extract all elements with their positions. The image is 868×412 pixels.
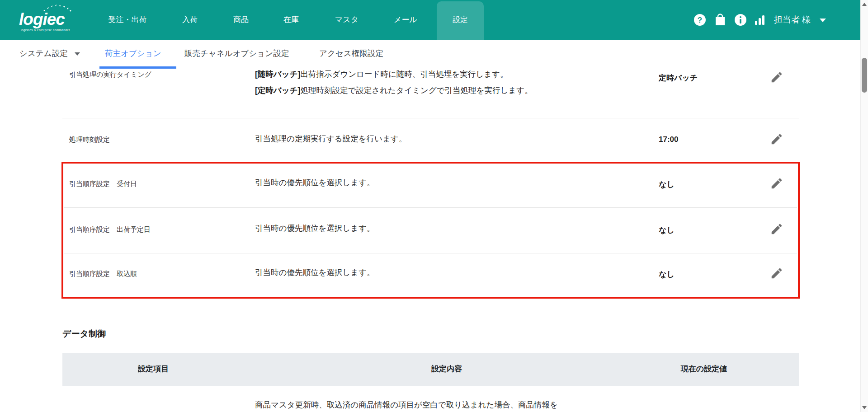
tab-system-settings-label: システム設定 <box>19 49 68 58</box>
row-label: 引当順序設定 受付日 <box>69 180 137 188</box>
nav-item-inventory[interactable]: 在庫 <box>283 0 299 40</box>
row-current-value: なし <box>659 269 675 280</box>
tab-system-settings-dropdown[interactable]: システム設定 <box>19 40 80 69</box>
scroll-up-icon[interactable] <box>862 3 867 6</box>
logo-sparkle-icon <box>42 5 71 12</box>
active-tab-underline <box>99 66 176 69</box>
scrollbar-thumb[interactable] <box>862 58 867 93</box>
chevron-down-icon <box>820 19 826 22</box>
row-description-line2: [定時バッチ]処理時刻設定で設定されたタイミングで引当処理を実行します。 <box>255 85 533 96</box>
row-description: 引当時の優先順位を選択します。 <box>255 223 375 234</box>
stats-icon[interactable] <box>754 14 766 26</box>
section-heading-data-control: データ制御 <box>62 328 106 340</box>
bag-icon[interactable] <box>714 14 726 26</box>
tab-access-permissions[interactable]: アクセス権限設定 <box>319 40 383 69</box>
column-header-setting-item: 設定項目 <box>138 364 169 374</box>
edit-pencil-icon[interactable] <box>770 222 783 236</box>
row-current-value: 定時バッチ <box>659 73 698 83</box>
row-divider <box>62 118 799 118</box>
row-description: 引当時の優先順位を選択します。 <box>255 267 375 278</box>
chevron-down-icon <box>75 52 80 56</box>
top-nav-bar: logiec logistics & enterprise commander … <box>0 0 860 40</box>
column-header-current-value: 現在の設定値 <box>681 364 727 374</box>
desc-bold-tag: [随時バッチ] <box>255 70 300 79</box>
row-label: 処理時刻設定 <box>69 136 110 144</box>
row-current-value: なし <box>659 225 675 235</box>
nav-item-master[interactable]: マスタ <box>335 0 359 40</box>
user-name: 担当者 様 <box>774 15 811 24</box>
logo-tagline: logistics & enterprise commander <box>21 28 91 32</box>
desc-bold-tag: [定時バッチ] <box>255 86 300 95</box>
info-icon[interactable] <box>734 14 747 26</box>
desc-text: 処理時刻設定で設定されたタイミングで引当処理を実行します。 <box>300 86 532 95</box>
vertical-scrollbar[interactable] <box>860 0 868 412</box>
row-label: 引当処理の実行タイミング <box>69 70 151 79</box>
row-description-partial: 商品マスタ更新時、取込済の商品情報の項目が空白で取り込まれた場合、商品情報を <box>255 399 558 410</box>
svg-text:?: ? <box>698 16 702 24</box>
settings-tab-bar: システム設定 荷主オプション 販売チャネルオプション設定 アクセス権限設定 <box>0 40 860 69</box>
table-header-row: 設定項目 設定内容 現在の設定値 <box>62 353 799 386</box>
scroll-down-icon[interactable] <box>862 406 867 409</box>
nav-item-settings[interactable]: 設定 <box>453 0 468 40</box>
nav-item-inbound[interactable]: 入荷 <box>182 0 198 40</box>
edit-pencil-icon[interactable] <box>770 267 783 280</box>
column-header-setting-content: 設定内容 <box>431 364 462 374</box>
row-description: 引当時の優先順位を選択します。 <box>255 177 375 188</box>
row-label: 引当順序設定 取込順 <box>69 270 137 278</box>
row-description-line1: [随時バッチ]出荷指示ダウンロード時に随時、引当処埋を実行します。 <box>255 69 508 80</box>
logo-text: logiec <box>19 11 91 28</box>
row-divider <box>64 253 797 253</box>
tab-sales-channel-options[interactable]: 販売チャネルオプション設定 <box>184 40 289 69</box>
tab-shipper-options[interactable]: 荷主オプション <box>105 40 161 69</box>
row-current-value: 17:00 <box>659 135 678 144</box>
highlight-red-box <box>61 162 800 299</box>
edit-pencil-icon[interactable] <box>770 132 783 146</box>
edit-pencil-icon[interactable] <box>770 177 783 190</box>
row-divider <box>64 207 797 208</box>
nav-item-products[interactable]: 商品 <box>233 0 249 40</box>
user-menu[interactable]: 担当者 様 <box>774 0 826 40</box>
nav-item-mail[interactable]: メール <box>394 0 417 40</box>
help-icon[interactable]: ? <box>693 14 706 26</box>
desc-text: 出荷指示ダウンロード時に随時、引当処埋を実行します。 <box>300 70 508 79</box>
row-current-value: なし <box>659 179 675 190</box>
edit-pencil-icon[interactable] <box>770 70 783 84</box>
row-label: 引当順序設定 出荷予定日 <box>69 225 151 234</box>
logo[interactable]: logiec logistics & enterprise commander <box>19 4 91 36</box>
nav-item-orders[interactable]: 受注・出荷 <box>108 0 147 40</box>
row-description: 引当処理の定期実行する設定を行います。 <box>255 133 406 144</box>
